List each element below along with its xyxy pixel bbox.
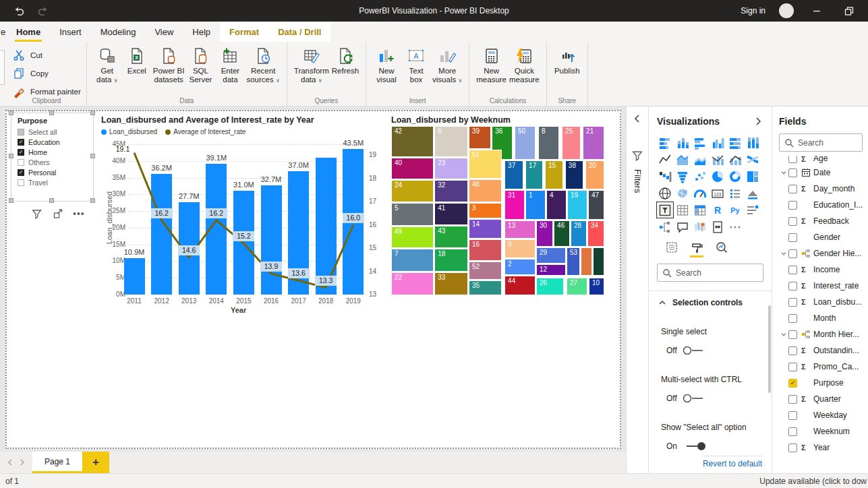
clustered-bar-chart-icon[interactable]: [692, 135, 708, 150]
treemap-cell-week-16[interactable]: 16: [469, 239, 502, 261]
treemap-cell-week-4[interactable]: 4: [546, 190, 567, 220]
decomposition-tree-icon[interactable]: [657, 219, 673, 235]
selection-controls-section[interactable]: Selection controls: [649, 291, 772, 313]
format-tab[interactable]: [690, 241, 703, 257]
treemap-cell-week-53[interactable]: 53: [567, 247, 580, 276]
donut-chart-icon[interactable]: [727, 169, 743, 184]
treemap-cell-week-30[interactable]: 30: [536, 220, 553, 247]
prev-page-arrow[interactable]: [7, 459, 13, 466]
power-bi-datasets-button[interactable]: Power BIdatasets: [152, 47, 186, 84]
matrix-icon[interactable]: [692, 202, 708, 218]
tab-home[interactable]: Home: [7, 22, 50, 42]
treemap-cell-week-39[interactable]: 39: [469, 126, 491, 149]
pie-chart-icon[interactable]: [710, 169, 726, 184]
treemap-cell-week-25[interactable]: 25: [562, 126, 581, 160]
field-checkbox[interactable]: [788, 233, 797, 242]
treemap-cell-week-34[interactable]: 34: [587, 220, 604, 247]
selection-handle[interactable]: [90, 198, 95, 203]
treemap-cell-week-7[interactable]: 7: [391, 249, 434, 272]
checkbox-unchecked[interactable]: [18, 159, 24, 166]
treemap-cell-week-50[interactable]: 50: [515, 126, 536, 160]
bar-2014[interactable]: [206, 164, 227, 295]
treemap-cell-week-17[interactable]: 17: [525, 160, 543, 189]
new-measure-button[interactable]: Newmeasure: [475, 47, 508, 84]
treemap-cell-week-27[interactable]: 27: [567, 278, 587, 295]
treemap-visual[interactable]: Loan_disbursed by Weeknum 42639365082521…: [390, 113, 606, 296]
treemap-cell-week-14[interactable]: 14: [469, 219, 502, 239]
slicer-visual-purpose[interactable]: Purpose Select all✓Education✓HomeOthers✓…: [11, 113, 94, 202]
slicer-item-others[interactable]: Others: [11, 157, 93, 167]
field-row-month-hier-[interactable]: Month Hier...: [779, 326, 868, 342]
analytics-tab[interactable]: [715, 241, 728, 257]
tab-insert[interactable]: Insert: [50, 22, 91, 42]
slicer-item-education[interactable]: ✓Education: [11, 137, 93, 147]
filter-funnel-icon[interactable]: [31, 208, 42, 219]
more-options-icon[interactable]: [727, 219, 743, 235]
treemap-cell-week-20[interactable]: 20: [585, 160, 604, 189]
redo-icon[interactable]: [34, 3, 54, 18]
checkbox-partial[interactable]: [18, 129, 24, 135]
selection-handle[interactable]: [9, 111, 13, 115]
field-row-promo-ca-[interactable]: ΣPromo_Ca...: [779, 359, 868, 375]
chevron-down-icon[interactable]: [780, 169, 787, 176]
field-row-purpose[interactable]: ✓Purpose: [779, 375, 868, 391]
checkbox-unchecked[interactable]: [18, 179, 24, 186]
transform-data-button[interactable]: Transformdata ∨: [293, 47, 330, 85]
tab-format[interactable]: Format: [220, 22, 268, 42]
bar-2012[interactable]: [151, 174, 172, 295]
waterfall-chart-icon[interactable]: [657, 169, 673, 184]
field-checkbox[interactable]: [788, 411, 797, 420]
selection-handle[interactable]: [9, 154, 13, 158]
ribbon-chart-icon[interactable]: [745, 152, 761, 167]
stacked-column-chart-icon[interactable]: [674, 135, 691, 150]
treemap-cell-week-unlabeled[interactable]: [581, 247, 592, 276]
treemap-cell-week-22[interactable]: 22: [391, 272, 434, 295]
enter-data-button[interactable]: Enterdata: [215, 47, 245, 84]
field-checkbox[interactable]: [788, 169, 797, 177]
treemap-icon[interactable]: [745, 169, 761, 184]
multi-select-toggle[interactable]: Off: [657, 393, 763, 404]
field-row-feedback[interactable]: ΣFeedback: [779, 213, 868, 229]
clustered-column-chart-icon[interactable]: [710, 135, 726, 150]
field-checkbox[interactable]: [788, 266, 797, 274]
selection-handle[interactable]: [49, 111, 54, 115]
100%-stacked-column-chart-icon[interactable]: [745, 135, 761, 150]
multi-row-card-icon[interactable]: [727, 185, 743, 201]
field-row-interest-rate[interactable]: ΣInterest_rate: [779, 278, 868, 294]
card-icon[interactable]: 123: [710, 185, 726, 201]
treemap-cell-week-26[interactable]: 26: [536, 278, 564, 295]
format-search-input[interactable]: [676, 268, 758, 278]
field-row-date[interactable]: Date: [779, 164, 868, 181]
avatar[interactable]: [779, 3, 794, 18]
field-row-day-month[interactable]: ΣDay_month: [779, 181, 868, 197]
bar-2016[interactable]: [261, 185, 282, 295]
fields-search-box[interactable]: [779, 133, 863, 152]
treemap-cell-week-2[interactable]: 2: [504, 259, 536, 275]
treemap-cell-week-44[interactable]: 44: [504, 276, 536, 295]
line-and-clustered-column-chart-icon[interactable]: [727, 152, 743, 167]
treemap-cell-week-43[interactable]: 43: [434, 226, 468, 248]
recent-sources-button[interactable]: Recentsources ∨: [245, 47, 281, 85]
selection-handle[interactable]: [49, 198, 54, 203]
treemap-cell-week-46[interactable]: 46: [554, 220, 570, 247]
treemap-cell-week-5[interactable]: 5: [391, 203, 434, 226]
treemap-cell-week-18[interactable]: 18: [434, 249, 468, 272]
treemap-cell-week-3[interactable]: 3: [469, 203, 502, 218]
chevron-down-icon[interactable]: [780, 250, 787, 257]
treemap-cell-week-52[interactable]: 52: [469, 262, 502, 280]
treemap-cell-week-21[interactable]: 21: [583, 126, 604, 160]
field-row-gender[interactable]: Gender: [779, 229, 868, 245]
combo-chart-visual[interactable]: Loan_disbursed and Average of Interest_r…: [96, 113, 387, 312]
slicer-item-home[interactable]: ✓Home: [11, 147, 93, 157]
checkbox-checked[interactable]: ✓: [18, 139, 24, 146]
excel-button[interactable]: XExcel: [122, 47, 152, 75]
expand-filters-chevron-icon[interactable]: [632, 113, 643, 124]
tab-help[interactable]: Help: [183, 22, 220, 42]
field-checkbox[interactable]: [788, 156, 797, 163]
collapse-visualizations-chevron-icon[interactable]: [753, 116, 763, 127]
treemap-cell-week-9[interactable]: 9: [504, 239, 536, 258]
restore-icon[interactable]: [840, 4, 859, 18]
tab-view[interactable]: View: [145, 22, 183, 42]
field-checkbox[interactable]: [788, 346, 797, 355]
treemap-cell-week-33[interactable]: 33: [434, 272, 468, 295]
